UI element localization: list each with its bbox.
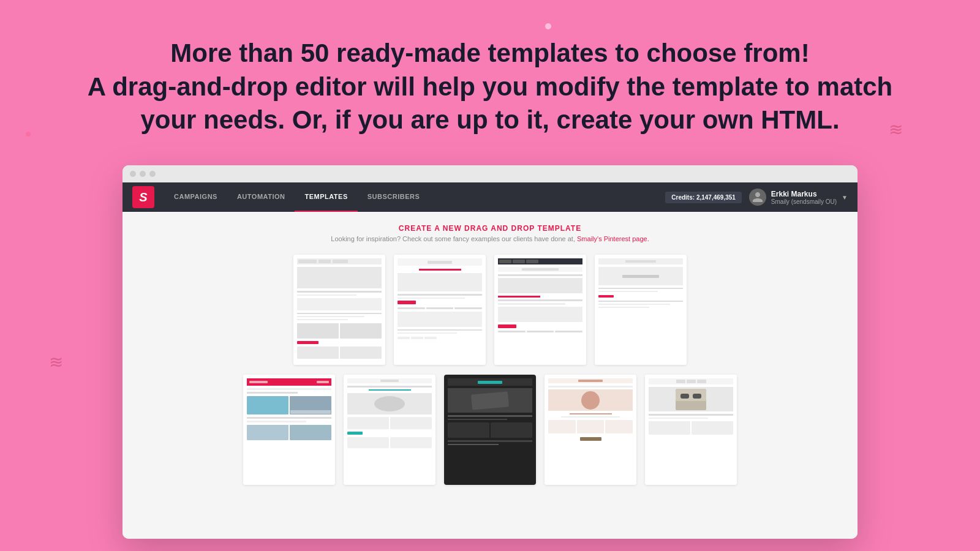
template-preview-9	[645, 375, 737, 485]
template-preview-2	[394, 255, 486, 365]
template-preview-4	[595, 255, 687, 365]
credits-badge: Credits: 2,147,469,351	[665, 192, 742, 203]
hero-heading: More than 50 ready-made templates to cho…	[61, 37, 919, 137]
template-preview-6	[344, 375, 435, 485]
hero-section: More than 50 ready-made templates to cho…	[0, 37, 980, 137]
app-logo: S	[132, 186, 154, 208]
pinterest-link[interactable]: Smaily's Pinterest page.	[577, 235, 649, 242]
browser-close-btn	[130, 171, 136, 177]
template-card-8[interactable]	[545, 375, 636, 485]
nav-subscribers[interactable]: SUBSCRIBERS	[358, 182, 430, 212]
browser-minimize-btn	[140, 171, 146, 177]
nav-right-section: Credits: 2,147,469,351 Erkki Markus Smai…	[665, 189, 848, 206]
app-content: CREATE A NEW DRAG AND DROP TEMPLATE Look…	[123, 212, 858, 539]
browser-chrome	[123, 165, 858, 182]
app-navbar: S CAMPAIGNS AUTOMATION TEMPLATES SUBSCRI…	[123, 182, 858, 212]
template-card-6[interactable]	[344, 375, 435, 485]
template-card-7[interactable]	[444, 375, 536, 485]
nav-campaigns[interactable]: CAMPAIGNS	[164, 182, 227, 212]
template-card-1[interactable]	[293, 255, 385, 365]
template-preview-3	[494, 255, 586, 365]
template-preview-1	[293, 255, 385, 365]
template-card-2[interactable]	[394, 255, 486, 365]
decorative-squiggle-left: ≋	[49, 352, 61, 372]
section-header: CREATE A NEW DRAG AND DROP TEMPLATE Look…	[135, 224, 845, 242]
user-avatar	[749, 189, 766, 206]
nav-links: CAMPAIGNS AUTOMATION TEMPLATES SUBSCRIBE…	[164, 182, 665, 212]
template-preview-5	[243, 375, 335, 485]
decorative-dot-top	[545, 23, 551, 29]
template-grid-row1	[135, 255, 845, 365]
user-icon	[752, 191, 764, 203]
section-title: CREATE A NEW DRAG AND DROP TEMPLATE	[135, 224, 845, 233]
template-preview-8	[545, 375, 636, 485]
template-card-5[interactable]	[243, 375, 335, 485]
template-card-3[interactable]	[494, 255, 586, 365]
template-card-4[interactable]	[595, 255, 687, 365]
section-subtitle: Looking for inspiration? Check out some …	[135, 235, 845, 242]
browser-window: S CAMPAIGNS AUTOMATION TEMPLATES SUBSCRI…	[123, 165, 858, 539]
browser-maximize-btn	[149, 171, 156, 177]
template-card-9[interactable]	[645, 375, 737, 485]
user-details: Erkki Markus Smaily (sendsmaily OU)	[771, 190, 837, 205]
chevron-down-icon: ▼	[842, 194, 848, 201]
nav-automation[interactable]: AUTOMATION	[227, 182, 295, 212]
template-grid-row2	[135, 375, 845, 485]
user-info[interactable]: Erkki Markus Smaily (sendsmaily OU) ▼	[749, 189, 848, 206]
nav-templates[interactable]: TEMPLATES	[295, 182, 357, 212]
template-preview-7	[444, 375, 536, 485]
